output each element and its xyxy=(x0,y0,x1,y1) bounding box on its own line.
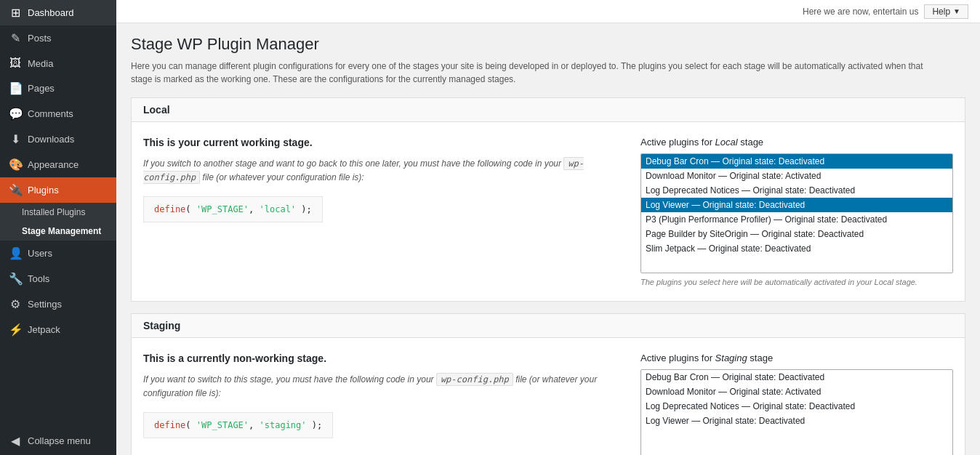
list-item[interactable]: Download Monitor — Original state: Activ… xyxy=(641,384,952,399)
collapse-icon: ◀ xyxy=(9,434,22,448)
staging-stage-section: Staging This is a currently non-working … xyxy=(131,313,965,455)
users-icon: 👤 xyxy=(9,246,22,260)
staging-code-block: define( 'WP_STAGE', 'staging' ); xyxy=(143,412,333,438)
local-info-text: If you switch to another stage and want … xyxy=(143,157,626,185)
local-code-block: define( 'WP_STAGE', 'local' ); xyxy=(143,196,323,222)
sidebar-item-appearance[interactable]: 🎨 Appearance xyxy=(0,152,116,177)
collapse-menu[interactable]: ◀ Collapse menu xyxy=(0,427,116,455)
local-stage-left: This is your current working stage. If y… xyxy=(143,137,626,286)
tools-icon: 🔧 xyxy=(9,272,22,286)
list-item[interactable]: Download Monitor — Original state: Activ… xyxy=(641,169,952,183)
staging-info-text: If you want to switch to this stage, you… xyxy=(143,373,626,400)
topbar: Here we are now, entertain us Help ▼ xyxy=(116,0,980,23)
local-active-plugins-label: Active plugins for Local stage xyxy=(640,137,953,148)
local-stage-header: Local xyxy=(132,98,965,122)
media-icon: 🖼 xyxy=(9,57,22,70)
staging-working-label: This is a currently non-working stage. xyxy=(143,353,626,364)
list-item[interactable]: Log Deprecated Notices — Original state:… xyxy=(641,399,952,414)
sidebar-item-downloads[interactable]: ⬇ Downloads xyxy=(0,126,116,152)
local-plugins-listbox-wrapper: Debug Bar Cron — Original state: Deactiv… xyxy=(640,153,953,273)
sidebar-item-jetpack[interactable]: ⚡ Jetpack xyxy=(0,317,116,342)
sidebar: ⊞ Dashboard ✎ Posts 🖼 Media 📄 Pages 💬 Co… xyxy=(0,0,116,455)
list-item[interactable]: Log Viewer — Original state: Deactivated xyxy=(641,414,952,428)
sidebar-item-settings[interactable]: ⚙ Settings xyxy=(0,291,116,317)
sidebar-submenu-installed-plugins[interactable]: Installed Plugins xyxy=(0,203,116,222)
sidebar-item-pages[interactable]: 📄 Pages xyxy=(0,76,116,101)
list-item[interactable]: P3 (Plugin Performance Profiler) — Origi… xyxy=(641,212,952,227)
page-description: Here you can manage different plugin con… xyxy=(131,60,931,86)
appearance-icon: 🎨 xyxy=(9,158,22,172)
chevron-down-icon: ▼ xyxy=(953,7,960,15)
topbar-text: Here we are now, entertain us xyxy=(803,7,918,17)
dashboard-icon: ⊞ xyxy=(9,6,22,20)
staging-stage-header: Staging xyxy=(132,314,965,338)
staging-plugins-listbox-wrapper: Debug Bar Cron — Original state: Deactiv… xyxy=(640,369,953,455)
main-area: Here we are now, entertain us Help ▼ Sta… xyxy=(116,0,980,455)
staging-stage-right: Active plugins for Staging stage Debug B… xyxy=(640,353,953,455)
sidebar-item-plugins[interactable]: 🔌 Plugins xyxy=(0,177,116,203)
staging-active-plugins-label: Active plugins for Staging stage xyxy=(640,353,953,363)
local-stage-right: Active plugins for Local stage Debug Bar… xyxy=(640,137,953,286)
local-plugins-listbox[interactable]: Debug Bar Cron — Original state: Deactiv… xyxy=(640,153,953,273)
content-area: Stage WP Plugin Manager Here you can man… xyxy=(116,23,980,455)
list-item[interactable]: Log Viewer — Original state: Deactivated xyxy=(641,198,952,212)
page-title: Stage WP Plugin Manager xyxy=(131,35,965,54)
sidebar-submenu-stage-management[interactable]: Stage Management xyxy=(0,222,116,241)
staging-inline-code: wp-config.php xyxy=(436,373,513,386)
plugins-icon: 🔌 xyxy=(9,183,22,197)
jetpack-icon: ⚡ xyxy=(9,323,22,337)
posts-icon: ✎ xyxy=(9,31,22,45)
list-item[interactable]: Debug Bar Cron — Original state: Deactiv… xyxy=(641,154,952,169)
list-item[interactable]: Log Deprecated Notices — Original state:… xyxy=(641,183,952,198)
local-stage-section: Local This is your current working stage… xyxy=(131,97,965,302)
settings-icon: ⚙ xyxy=(9,297,22,311)
sidebar-item-comments[interactable]: 💬 Comments xyxy=(0,101,116,126)
list-item[interactable]: Debug Bar Cron — Original state: Deactiv… xyxy=(641,370,952,384)
sidebar-item-tools[interactable]: 🔧 Tools xyxy=(0,266,116,291)
staging-stage-left: This is a currently non-working stage. I… xyxy=(143,353,626,455)
sidebar-item-users[interactable]: 👤 Users xyxy=(0,241,116,266)
comments-icon: 💬 xyxy=(9,107,22,121)
local-plugins-hint: The plugins you select here will be auto… xyxy=(640,278,953,286)
staging-plugins-listbox[interactable]: Debug Bar Cron — Original state: Deactiv… xyxy=(640,369,953,455)
pages-icon: 📄 xyxy=(9,81,22,95)
downloads-icon: ⬇ xyxy=(9,132,22,146)
sidebar-item-posts[interactable]: ✎ Posts xyxy=(0,25,116,51)
sidebar-item-dashboard[interactable]: ⊞ Dashboard xyxy=(0,0,116,25)
local-working-label: This is your current working stage. xyxy=(143,137,626,148)
sidebar-item-media[interactable]: 🖼 Media xyxy=(0,51,116,76)
list-item[interactable]: Slim Jetpack — Original state: Deactivat… xyxy=(641,241,952,256)
list-item[interactable]: Page Builder by SiteOrigin — Original st… xyxy=(641,227,952,241)
help-button[interactable]: Help ▼ xyxy=(924,4,968,19)
